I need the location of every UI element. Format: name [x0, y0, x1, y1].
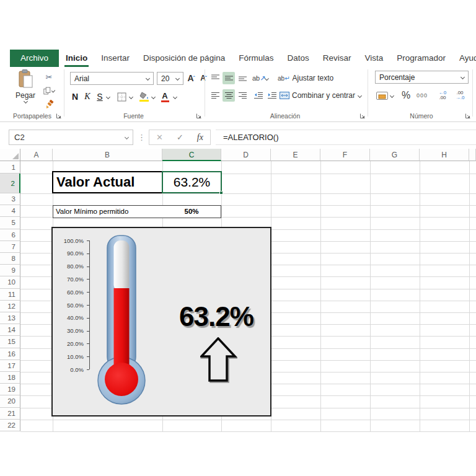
- row-header-2[interactable]: 2: [0, 174, 20, 193]
- accounting-format-button[interactable]: [374, 89, 389, 102]
- row-header-3[interactable]: 3: [0, 193, 20, 205]
- decrease-indent-button[interactable]: [252, 89, 265, 102]
- increase-indent-button[interactable]: [266, 89, 278, 102]
- row-header-7[interactable]: 7: [0, 241, 20, 253]
- percent-style-button[interactable]: %: [400, 89, 412, 102]
- borders-button[interactable]: [115, 90, 128, 103]
- scissors-icon: ✂: [46, 73, 53, 82]
- tab-archivo[interactable]: Archivo: [10, 50, 59, 67]
- column-header-d[interactable]: D: [221, 149, 271, 161]
- row-header-13[interactable]: 13: [0, 312, 20, 324]
- column-header-a[interactable]: A: [20, 149, 53, 161]
- copy-dropdown-chevron: [51, 89, 56, 93]
- cell-c4-min-value[interactable]: 50%: [162, 205, 221, 218]
- borders-icon: [117, 92, 126, 102]
- row-header-6[interactable]: 6: [0, 229, 20, 241]
- column-header-g[interactable]: G: [370, 149, 420, 161]
- tab-datos[interactable]: Datos: [280, 50, 315, 67]
- cell-c2-selected[interactable]: 63.2%: [162, 171, 222, 193]
- tab-revisar[interactable]: Revisar: [316, 50, 358, 67]
- grow-font-button[interactable]: Aˆ: [186, 73, 196, 84]
- align-bottom-button[interactable]: [236, 72, 249, 84]
- row-header-22[interactable]: 22: [0, 420, 20, 431]
- orientation-chevron: [265, 76, 269, 81]
- insert-function-icon[interactable]: fx: [197, 133, 203, 143]
- merge-center-chevron: [358, 93, 362, 97]
- comma-style-button[interactable]: 000: [414, 89, 430, 102]
- copy-button[interactable]: [43, 86, 55, 95]
- format-painter-button[interactable]: [43, 99, 55, 109]
- fill-bucket-icon: [139, 92, 149, 99]
- increase-decimal-button[interactable]: ←0 .00: [435, 89, 450, 102]
- tab-formulas[interactable]: Fórmulas: [232, 50, 280, 67]
- number-format-value: Porcentaje: [379, 73, 415, 82]
- column-header-f[interactable]: F: [320, 149, 370, 161]
- align-left-button[interactable]: [209, 89, 221, 102]
- tab-vista[interactable]: Vista: [358, 50, 390, 67]
- column-header-b[interactable]: B: [53, 149, 162, 161]
- fill-handle[interactable]: [219, 191, 223, 195]
- italic-button[interactable]: K: [82, 90, 92, 103]
- row-header-11[interactable]: 11: [0, 289, 20, 301]
- fill-color-button[interactable]: [138, 89, 150, 104]
- font-size-combo[interactable]: 20: [157, 72, 183, 85]
- clipboard-dialog-launcher[interactable]: [56, 113, 62, 119]
- underline-button[interactable]: S: [95, 90, 105, 103]
- tab-inicio[interactable]: Inicio: [59, 50, 94, 67]
- up-arrow-icon: [200, 337, 237, 384]
- column-header-partial[interactable]: [469, 149, 476, 161]
- align-top-button[interactable]: [209, 72, 221, 84]
- merge-center-button[interactable]: Combinar y centrar: [280, 89, 363, 102]
- row-header-8[interactable]: 8: [0, 253, 20, 265]
- cut-button[interactable]: ✂: [43, 72, 55, 82]
- font-color-button[interactable]: A: [159, 89, 170, 104]
- formula-input[interactable]: =ALEATORIO(): [216, 130, 476, 145]
- tab-ayuda[interactable]: Ayuda: [452, 50, 476, 67]
- tab-disposicion-de-pagina[interactable]: Disposición de página: [136, 50, 232, 67]
- row-header-19[interactable]: 19: [0, 384, 20, 395]
- column-header-c[interactable]: C: [162, 149, 221, 161]
- select-all-button[interactable]: [0, 149, 20, 161]
- thermometer-chart[interactable]: 100.0%90.0%80.0%70.0%60.0%50.0%40.0%30.0…: [51, 227, 271, 416]
- bold-button[interactable]: N: [70, 90, 80, 103]
- number-format-combo[interactable]: Porcentaje: [375, 71, 469, 84]
- align-right-button[interactable]: [236, 89, 249, 102]
- wrap-text-button[interactable]: ab↵ Ajustar texto: [278, 72, 340, 84]
- row-header-1[interactable]: 1: [0, 161, 20, 174]
- align-top-icon: [211, 74, 219, 82]
- row-header-21[interactable]: 21: [0, 408, 20, 420]
- row-header-12[interactable]: 12: [0, 301, 20, 312]
- font-dialog-launcher[interactable]: [196, 113, 202, 119]
- cancel-icon[interactable]: ✕: [156, 133, 163, 142]
- alignment-dialog-launcher[interactable]: [359, 113, 366, 119]
- orientation-button[interactable]: ab↗: [252, 72, 268, 84]
- row-header-17[interactable]: 17: [0, 360, 20, 372]
- cell-b4-valor-minimo[interactable]: Valor Mínimo permitido: [53, 205, 163, 218]
- row-header-14[interactable]: 14: [0, 324, 20, 336]
- number-dialog-launcher[interactable]: [465, 113, 471, 119]
- row-header-4[interactable]: 4: [0, 205, 20, 217]
- column-header-h[interactable]: H: [420, 149, 469, 161]
- underline-chevron: [106, 95, 110, 99]
- align-middle-button[interactable]: [223, 72, 235, 84]
- decrease-decimal-button[interactable]: .00 →.0: [452, 89, 467, 102]
- row-header-16[interactable]: 16: [0, 348, 20, 360]
- row-header-9[interactable]: 9: [0, 265, 20, 276]
- shrink-font-button[interactable]: Aˇ: [198, 73, 209, 84]
- tab-insertar[interactable]: Insertar: [94, 50, 136, 67]
- align-center-button[interactable]: [223, 89, 235, 102]
- row-header-20[interactable]: 20: [0, 395, 20, 407]
- enter-icon[interactable]: ✓: [177, 133, 183, 142]
- cell-b2-valor-actual[interactable]: Valor Actual: [52, 171, 163, 193]
- tab-programador[interactable]: Programador: [390, 50, 452, 67]
- name-box[interactable]: C2: [9, 130, 133, 145]
- column-header-e[interactable]: E: [271, 149, 320, 161]
- row-header-18[interactable]: 18: [0, 372, 20, 384]
- row-header-5[interactable]: 5: [0, 217, 20, 229]
- row-header-15[interactable]: 15: [0, 336, 20, 348]
- font-color-chevron: [173, 95, 177, 99]
- formula-bar-grip[interactable]: ⋮: [138, 130, 146, 144]
- row-header-10[interactable]: 10: [0, 276, 20, 288]
- paste-button[interactable]: Pegar: [11, 69, 40, 108]
- font-name-combo[interactable]: Arial: [70, 72, 154, 85]
